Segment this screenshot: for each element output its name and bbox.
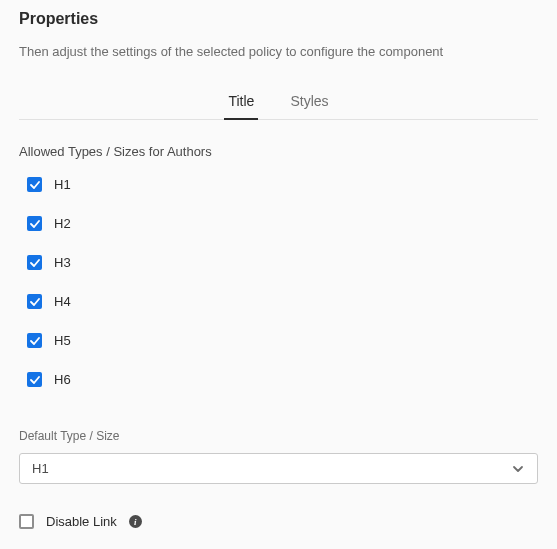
list-item: H3 (27, 255, 538, 270)
chevron-down-icon (511, 462, 525, 476)
list-item: H5 (27, 333, 538, 348)
allowed-types-list: H1 H2 H3 H4 H5 (19, 177, 538, 387)
checkbox-disable-link[interactable] (19, 514, 34, 529)
checkbox-label: H3 (54, 255, 71, 270)
info-icon[interactable]: i (129, 515, 142, 528)
list-item: H6 (27, 372, 538, 387)
checkbox-label: H1 (54, 177, 71, 192)
tabs: Title Styles (19, 87, 538, 120)
checkbox-h2[interactable] (27, 216, 42, 231)
disable-link-label: Disable Link (46, 514, 117, 529)
default-type-select[interactable]: H1 (19, 453, 538, 484)
list-item: H2 (27, 216, 538, 231)
list-item: H4 (27, 294, 538, 309)
panel-title: Properties (19, 10, 538, 28)
checkbox-label: H4 (54, 294, 71, 309)
checkbox-label: H6 (54, 372, 71, 387)
tab-title[interactable]: Title (224, 87, 258, 119)
allowed-types-label: Allowed Types / Sizes for Authors (19, 144, 538, 159)
default-type-label: Default Type / Size (19, 429, 538, 443)
checkbox-h5[interactable] (27, 333, 42, 348)
tab-styles[interactable]: Styles (286, 87, 332, 119)
checkbox-h4[interactable] (27, 294, 42, 309)
checkbox-h6[interactable] (27, 372, 42, 387)
checkbox-label: H2 (54, 216, 71, 231)
select-value: H1 (32, 461, 49, 476)
panel-description: Then adjust the settings of the selected… (19, 44, 538, 59)
checkbox-h3[interactable] (27, 255, 42, 270)
checkbox-h1[interactable] (27, 177, 42, 192)
checkbox-label: H5 (54, 333, 71, 348)
disable-link-row: Disable Link i (19, 514, 538, 529)
list-item: H1 (27, 177, 538, 192)
